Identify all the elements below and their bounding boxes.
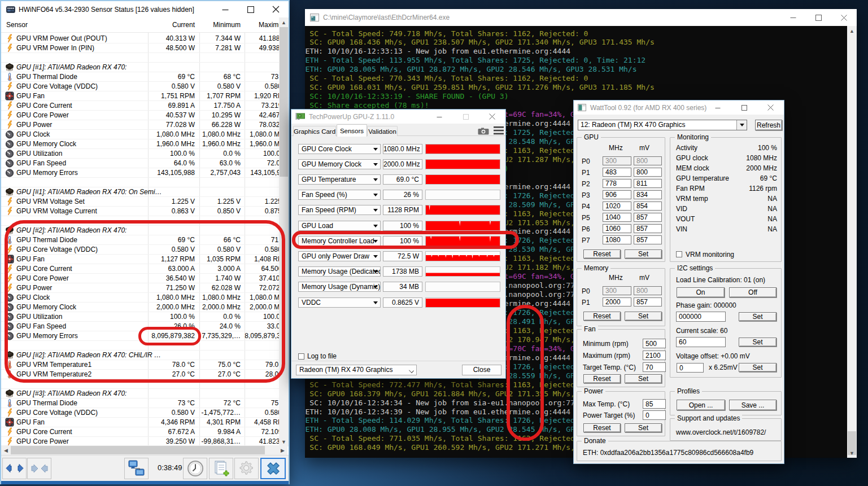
hwinfo-sensor-row[interactable]: GPU VRM Temperature227.0 °C27.0 °C28.0 °… xyxy=(1,370,280,379)
gpuz-sensor-name[interactable]: Memory Usage (Dynamic) xyxy=(298,282,381,292)
hwinfo-hscroll-thumb[interactable] xyxy=(11,446,265,454)
toggle-sensors-button[interactable] xyxy=(2,458,27,479)
hwinfo-horizontal-scrollbar[interactable]: ◀ ▶ xyxy=(1,445,287,455)
pstate-mhz-input[interactable] xyxy=(603,224,631,233)
hwinfo-col-sensor[interactable]: Sensor xyxy=(6,21,28,29)
hwinfo-sensor-row[interactable]: GPU Core Current63.000 A3.000 A64.500 A xyxy=(1,264,280,274)
pstate-mv-input[interactable] xyxy=(634,202,662,211)
fan-set-button[interactable]: Set xyxy=(625,374,662,383)
hwinfo-sensor-row[interactable]: GPU Fan Speed64.0 %63.0 %72.0 % xyxy=(1,159,280,168)
hwinfo-sensor-row[interactable]: GPU Core Power40.537 W10.295 W42.467 W xyxy=(1,111,280,120)
hwinfo-sensor-row[interactable]: GPU Fan1,751 RPM1,707 RPM1,920 RPM xyxy=(1,91,280,101)
hwinfo-table-header[interactable]: Sensor Current Minimum Maximum xyxy=(1,17,280,33)
hwinfo-section-row[interactable]: GPU [#3]: ATI/AMD Radeon RX 470: xyxy=(1,389,280,399)
setting-input[interactable] xyxy=(643,399,666,409)
console-close-button[interactable] xyxy=(831,9,857,26)
console-scroll-up-icon[interactable]: ▲ xyxy=(847,26,857,36)
setting-input[interactable] xyxy=(643,339,666,348)
watttool-maximize-button[interactable] xyxy=(731,100,757,115)
remote-monitoring-button[interactable] xyxy=(124,458,149,479)
pstate-mv-input[interactable] xyxy=(634,213,662,222)
hwinfo-sensor-row[interactable]: GPU Utilization100.0 %0.0 %100.0 % xyxy=(1,149,280,159)
hwinfo-sensor-row[interactable]: GPU Memory Errors8,095,879,3827,735,329,… xyxy=(1,331,280,341)
memory-set-button[interactable]: Set xyxy=(625,312,662,321)
console-scroll-down-icon[interactable]: ▼ xyxy=(847,448,857,458)
power-set-button[interactable]: Set xyxy=(625,423,662,432)
hwinfo-minimize-button[interactable] xyxy=(212,1,238,17)
hwinfo-sensor-row[interactable]: GPU Fan Speed26.0 %24.0 %33.0 % xyxy=(1,322,280,331)
menu-hamburger-icon[interactable] xyxy=(494,126,504,135)
hwinfo-section-row[interactable]: GPU [#1]: ATI/AMD Radeon RX 470: On Semi… xyxy=(1,187,280,197)
gpuz-titlebar[interactable]: TechPowerUp GPU-Z 1.11.0 xyxy=(291,110,505,124)
gpuz-sensor-name[interactable]: GPU Memory Clock xyxy=(298,159,381,169)
gpuz-sensor-name[interactable]: Fan Speed (%) xyxy=(298,190,381,200)
pstate-mv-input[interactable] xyxy=(634,168,662,177)
hwinfo-sensor-row[interactable]: GPU Memory Errors143,105,9882,757,043143… xyxy=(1,168,280,178)
scale-set-button[interactable]: Set xyxy=(739,338,777,347)
pstate-mhz-input[interactable] xyxy=(603,168,631,177)
setting-input[interactable] xyxy=(643,362,666,372)
collapse-sensors-button[interactable] xyxy=(27,458,51,479)
pstate-mhz-input[interactable] xyxy=(603,213,631,222)
setting-input[interactable] xyxy=(643,351,666,360)
gpuz-close-button[interactable] xyxy=(479,110,505,124)
pstate-mhz-input[interactable] xyxy=(603,202,631,211)
settings-button[interactable] xyxy=(234,458,259,479)
hwinfo-sensor-row[interactable]: GPU Power71.250 W62.028 W72.072 W xyxy=(1,283,280,293)
gpuz-maximize-button[interactable] xyxy=(452,110,479,124)
pstate-mhz-input[interactable] xyxy=(603,235,631,244)
gpuz-sensor-name[interactable]: Memory Controller Load xyxy=(298,236,381,246)
hwinfo-sensor-row[interactable]: GPU Utilization100.0 %0.0 %100.0 % xyxy=(1,312,280,322)
pstate-mv-input[interactable] xyxy=(634,179,662,188)
gpu-reset-button[interactable]: Reset xyxy=(583,249,621,259)
hwinfo-sensor-row[interactable]: GPU VRM Voltage Current0.863 V0.850 V0.8… xyxy=(1,207,280,216)
voltage-offset-input[interactable] xyxy=(677,363,704,373)
hwinfo-section-row[interactable]: GPU [#2]: ATI/AMD Radeon RX 470: CHiL/IR… xyxy=(1,351,280,360)
phase-gain-input[interactable] xyxy=(676,312,726,322)
hwinfo-vertical-scrollbar[interactable]: ▲ ▼ xyxy=(279,17,289,446)
hwinfo-exit-button[interactable] xyxy=(260,458,286,479)
gpuz-sensor-name[interactable]: VDDC xyxy=(298,297,381,308)
console-maximize-button[interactable] xyxy=(806,9,831,26)
hwinfo-sensor-row[interactable]: GPU Clock1,080.0 MHz1,080.0 MHz1,080.0 M… xyxy=(1,293,280,303)
console-minimize-button[interactable] xyxy=(780,9,806,26)
hwinfo-sensor-row[interactable]: GPU Thermal Diode69 °C68 °C73 °C xyxy=(1,72,280,82)
tab-sensors[interactable]: Sensors xyxy=(337,124,367,137)
pstate-mv-input[interactable] xyxy=(634,235,662,244)
hwinfo-close-button[interactable] xyxy=(263,1,289,17)
current-scale-input[interactable] xyxy=(676,337,726,347)
gpu-set-button[interactable]: Set xyxy=(625,249,662,259)
combo-dropdown-icon[interactable] xyxy=(736,120,747,130)
pstate-mv-input[interactable] xyxy=(634,190,662,199)
hwinfo-section-row[interactable]: GPU [#2]: ATI/AMD Radeon RX 470: xyxy=(1,226,280,235)
gpuz-sensor-name[interactable]: GPU only Power Draw xyxy=(298,251,381,261)
offset-set-button[interactable]: Set xyxy=(739,363,777,372)
tab-graphics-card[interactable]: Graphics Card xyxy=(293,126,336,136)
hwinfo-sensor-row[interactable]: GPU Core Current67.672 A9.984 A72.109 A xyxy=(1,427,280,437)
report-button[interactable] xyxy=(209,458,233,479)
pstate-mhz-input[interactable] xyxy=(603,179,631,188)
hwinfo-sensor-row[interactable]: GPU Core Voltage (VDDC)0.580 V0.580 V0.5… xyxy=(1,82,280,91)
gpuz-minimize-button[interactable] xyxy=(426,110,452,124)
clock-button[interactable] xyxy=(183,458,207,479)
watttool-titlebar[interactable]: WattTool 0.92 (for AMD RX 400 series) xyxy=(574,100,784,115)
hwinfo-sensor-row[interactable]: GPU Thermal Diode73 °C72 °C75 °C xyxy=(1,399,280,408)
gpuz-sensor-name[interactable]: GPU Temperature xyxy=(298,174,381,185)
hwinfo-sensor-row[interactable]: GPU Core Voltage (VDDC)0.580 V-1,475,772… xyxy=(1,408,280,418)
gpuz-sensor-name[interactable]: GPU Core Clock xyxy=(298,144,381,154)
gpuz-sensor-name[interactable]: GPU Load xyxy=(298,221,381,231)
hwinfo-sensor-row[interactable]: GPU Memory Clock2,000.0 MHz2,000.0 MHz2,… xyxy=(1,303,280,312)
phase-set-button[interactable]: Set xyxy=(739,312,777,321)
gpuz-sensor-name[interactable]: Memory Usage (Dedicated) xyxy=(298,266,381,277)
hwinfo-maximize-button[interactable] xyxy=(238,1,263,17)
gpuz-close-app-button[interactable]: Close xyxy=(462,365,501,375)
pstate-mv-input[interactable] xyxy=(634,224,662,233)
hwinfo-sensor-row[interactable]: GPU VRM Power In (PIN)48.500 W7.281 W49.… xyxy=(1,43,280,53)
profiles-save-button[interactable]: Save ... xyxy=(729,400,777,410)
hwinfo-sensor-row[interactable]: GPU Fan4,346 RPM4,301 RPM4,458 RPM xyxy=(1,418,280,427)
hwinfo-scroll-right-icon[interactable]: ▶ xyxy=(278,445,287,455)
vrm-monitoring-checkbox[interactable] xyxy=(676,251,682,257)
llc-off-button[interactable]: Off xyxy=(729,287,777,297)
watttool-gpu-combo[interactable]: 12: Radeon (TM) RX 470 Graphics xyxy=(578,120,747,130)
hwinfo-sensor-row[interactable]: GPU Core Power36.540 W1.740 W37.410 W xyxy=(1,274,280,283)
